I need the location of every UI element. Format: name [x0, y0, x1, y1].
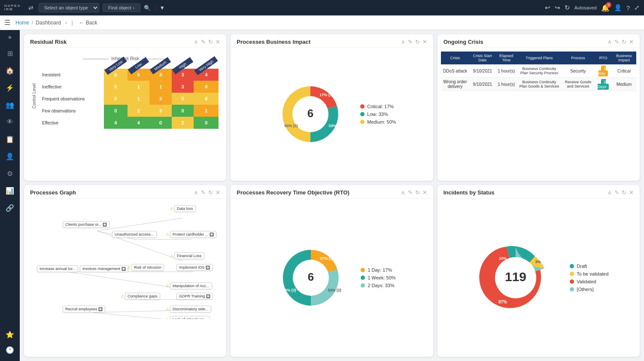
- widget-refresh-btn-3[interactable]: ↻: [622, 39, 626, 45]
- object-type-select[interactable]: Select an object type: [39, 3, 99, 12]
- widget-edit-btn-6[interactable]: ✎: [614, 189, 619, 196]
- donut-rto: 6 17% (1) 33% (2) 50% (3) 1 Day: 17%: [235, 235, 428, 321]
- nav-settings-btn[interactable]: ⇄: [27, 3, 35, 12]
- widget-refresh-btn-6[interactable]: ↻: [622, 189, 626, 196]
- hamburger-btn[interactable]: ☰: [4, 18, 10, 27]
- sidebar-icon-grid[interactable]: ⊞: [2, 46, 18, 61]
- refresh-icon[interactable]: ↻: [565, 4, 570, 12]
- svg-text:119: 119: [505, 270, 526, 284]
- sidebar-icon-settings[interactable]: ⚙: [2, 166, 18, 181]
- widget-actions-6: ∧ ✎ ↻ ✕: [608, 189, 634, 196]
- node-recruit-employees[interactable]: Recruit employees 🔲: [63, 307, 105, 311]
- sidebar-icon-users[interactable]: 👥: [2, 97, 18, 112]
- matrix-cell: 3: [149, 105, 171, 117]
- sidebar-icon-star[interactable]: ⭐: [2, 327, 18, 342]
- node-unauthorized[interactable]: Unauthorized access...: [112, 232, 157, 237]
- node-protect-cardholder[interactable]: ⚠Protect cardholder ... 🔲: [166, 232, 216, 237]
- widget-collapse-btn-3[interactable]: ∧: [608, 39, 612, 45]
- widget-close-btn-2[interactable]: ✕: [422, 39, 427, 45]
- widget-edit-btn-4[interactable]: ✎: [201, 189, 206, 196]
- node-invoices-mgmt[interactable]: Invoices management 🔲: [80, 267, 128, 271]
- widget-collapse-btn-6[interactable]: ∧: [608, 189, 612, 196]
- node-risk-intrusion[interactable]: ⚠Risk of intrusion: [127, 265, 164, 270]
- node-manipulation[interactable]: ⚠Manipulation of Acc...: [166, 284, 212, 288]
- matrix-cell: 0: [104, 105, 128, 117]
- redo-icon[interactable]: ↪: [555, 4, 560, 12]
- node-gdpr-training[interactable]: GDPR Training 🔲: [176, 294, 213, 298]
- widget-collapse-btn-5[interactable]: ∧: [401, 189, 405, 196]
- back-button[interactable]: ← Back: [79, 20, 97, 26]
- business-impact-body: 6 17% (1) 33% (2) 50% (3) Critical: 17%: [231, 48, 433, 181]
- sidebar-icon-link[interactable]: 🔗: [2, 200, 18, 215]
- node-compliance-gaps[interactable]: ⚠Compliance gaps: [121, 294, 160, 298]
- matrix-cell: 0: [172, 105, 194, 117]
- node-implement-ids[interactable]: Implement IDS 🔲: [176, 265, 213, 270]
- help-icon[interactable]: ?: [626, 4, 630, 12]
- sidebar-icon-home[interactable]: 🏠: [2, 63, 18, 78]
- legend-item-1week: 1 Week: 50%: [361, 275, 395, 280]
- sidebar-icon-eye[interactable]: 👁: [2, 114, 18, 130]
- residual-risk-header: Residual Risk ∧ ✎ ↻ ✕: [24, 34, 226, 48]
- widget-close-btn-6[interactable]: ✕: [629, 189, 634, 196]
- widget-close-btn-3[interactable]: ✕: [629, 39, 634, 45]
- breadcrumb-nav-prev[interactable]: ‹: [65, 19, 67, 26]
- svg-text:3%: 3%: [535, 260, 541, 264]
- sidebar-icon-user[interactable]: 👤: [2, 149, 18, 164]
- legend-label-1week: 1 Week: 50%: [368, 275, 395, 280]
- legend-label-others: [Others]: [577, 287, 593, 292]
- widget-close-btn-5[interactable]: ✕: [422, 189, 427, 196]
- widget-collapse-btn-4[interactable]: ∧: [194, 189, 198, 196]
- widget-collapse-btn[interactable]: ∧: [194, 39, 198, 45]
- widget-collapse-btn-2[interactable]: ∧: [401, 39, 405, 45]
- crisis-elapsed-2: 1 hour(s): [495, 78, 517, 91]
- widget-close-btn[interactable]: ✕: [216, 39, 220, 45]
- breadcrumb-current: Dashboard: [36, 20, 61, 26]
- sidebar-icon-docs[interactable]: 📋: [2, 131, 18, 147]
- legend-label-1day: 1 Day: 17%: [368, 267, 392, 273]
- sidebar-bottom: ⭐ 🕐: [2, 327, 18, 358]
- legend-item-2days: 2 Days: 33%: [361, 283, 395, 288]
- node-clients-purchase[interactable]: Clients purchase or... 🔲: [63, 222, 109, 227]
- undo-icon[interactable]: ↩: [545, 4, 550, 12]
- search-icon[interactable]: 🔍: [144, 5, 151, 11]
- sidebar-icon-chart[interactable]: 📊: [2, 183, 18, 198]
- rto-body: 6 17% (1) 33% (2) 50% (3) 1 Day: 17%: [231, 199, 433, 357]
- dropdown-icon[interactable]: ▾: [161, 4, 164, 12]
- breadcrumb-home[interactable]: Home: [15, 20, 29, 26]
- node-increase-annual[interactable]: Increase annual tur...: [37, 267, 78, 271]
- process-graph-title: Processes Graph: [30, 189, 76, 196]
- widget-edit-btn-5[interactable]: ✎: [408, 189, 413, 196]
- crisis-plans-2: Business Continuity Plan Goods & Service…: [517, 78, 562, 91]
- node-data-loss[interactable]: ⚠Data loss: [170, 206, 196, 211]
- widget-edit-btn[interactable]: ✎: [201, 39, 206, 45]
- matrix-row-label: Frequent observations: [41, 93, 104, 105]
- widget-refresh-btn-2[interactable]: ↻: [415, 39, 420, 45]
- user-icon[interactable]: 👤: [614, 4, 622, 12]
- incidents-status-widget: Incidents by Status ∧ ✎ ↻ ✕: [437, 185, 640, 357]
- widget-edit-btn-3[interactable]: ✎: [614, 39, 619, 45]
- node-lack-attractive[interactable]: ⚠Lack of attractiven...: [166, 317, 210, 319]
- legend-label-tovalidate: To be validated: [577, 271, 608, 276]
- incidents-status-title: Incidents by Status: [444, 189, 495, 196]
- autosaved-label: Autosaved: [574, 5, 597, 10]
- legend-label-medium: Medium: 50%: [367, 119, 396, 124]
- incidents-body: 119 10% 3% 87% Draft To be validated: [437, 199, 640, 357]
- breadcrumb-separator: /: [32, 20, 33, 26]
- widget-refresh-btn-5[interactable]: ↻: [415, 189, 420, 196]
- widget-refresh-btn[interactable]: ↻: [208, 39, 213, 45]
- widget-refresh-btn-4[interactable]: ↻: [208, 189, 213, 196]
- node-discriminatory[interactable]: ⚠Discriminatory sele...: [166, 307, 211, 311]
- widget-edit-btn-2[interactable]: ✎: [408, 39, 413, 45]
- crisis-name-1: DDoS attack: [441, 64, 470, 78]
- find-object-btn[interactable]: Find object ›: [103, 3, 140, 12]
- sidebar-icon-lightning[interactable]: ⚡: [2, 80, 18, 95]
- sidebar-icon-history[interactable]: 🕐: [2, 342, 18, 358]
- node-financial-loss[interactable]: ⚠Financial Loss: [170, 254, 204, 258]
- widget-close-btn-4[interactable]: ✕: [216, 189, 220, 196]
- matrix-cell: 1: [149, 81, 171, 93]
- notifications-btn[interactable]: 🔔 3: [601, 4, 610, 12]
- expand-icon[interactable]: ⤢: [634, 4, 640, 12]
- donut-business-impact: 6 17% (1) 33% (2) 50% (3) Critical: 17%: [235, 71, 428, 157]
- sidebar-expand-btn[interactable]: »: [8, 33, 12, 40]
- legend-item-1day: 1 Day: 17%: [361, 267, 395, 273]
